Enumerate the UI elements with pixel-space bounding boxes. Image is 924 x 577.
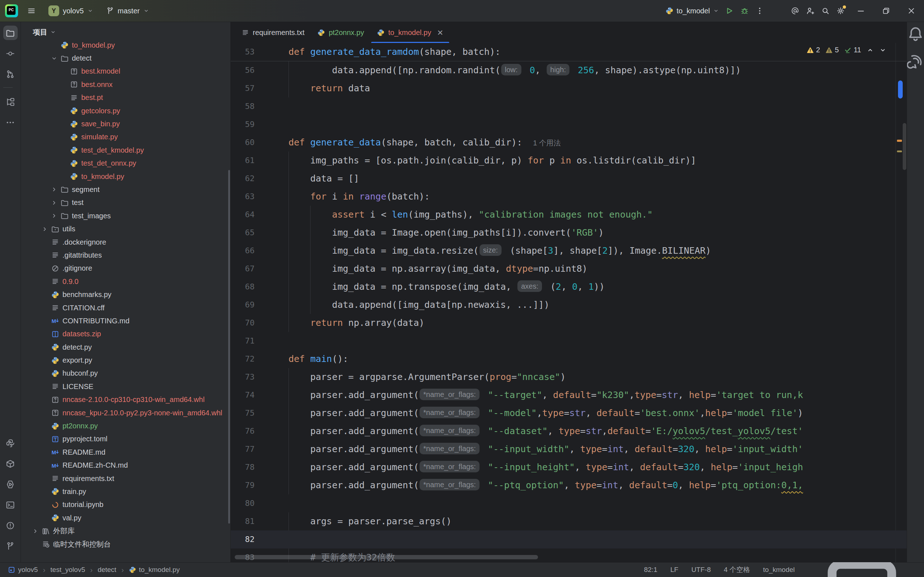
tree-item[interactable]: .dockerignore bbox=[21, 235, 230, 249]
code-line[interactable]: 58 bbox=[231, 97, 907, 116]
tree-item[interactable]: hubconf.py bbox=[21, 367, 230, 380]
search-everywhere-button[interactable] bbox=[818, 3, 833, 18]
line-number[interactable]: 53 bbox=[231, 43, 267, 61]
code-line[interactable]: 62 data = [] bbox=[231, 169, 907, 188]
line-number[interactable]: 64 bbox=[231, 206, 267, 224]
line-number[interactable]: 80 bbox=[231, 494, 267, 513]
tree-item[interactable]: .gitattributes bbox=[21, 249, 230, 262]
tree-item[interactable]: LICENSE bbox=[21, 380, 230, 393]
error-stripe-thumb[interactable] bbox=[903, 123, 906, 170]
code-line[interactable]: 81 args = parser.parse_args() bbox=[231, 513, 907, 530]
chevron-right-icon[interactable] bbox=[42, 226, 51, 232]
breadcrumb-item[interactable]: to_kmodel.py bbox=[129, 566, 180, 574]
line-number[interactable]: 57 bbox=[231, 79, 267, 97]
activity-item-problems[interactable] bbox=[3, 518, 18, 533]
line-number[interactable]: 70 bbox=[231, 314, 267, 332]
code-line[interactable]: 74 parser.add_argument(*name_or_flags: "… bbox=[231, 386, 907, 404]
code-line[interactable]: 63 for i in range(batch): bbox=[231, 188, 907, 206]
tree-item[interactable]: pyproject.toml bbox=[21, 433, 230, 446]
line-number[interactable]: 71 bbox=[231, 332, 267, 350]
status-widget[interactable]: to_kmodel bbox=[763, 566, 795, 574]
ai-assistant-toolwindow-button[interactable] bbox=[907, 53, 924, 69]
activity-item-project-folder[interactable] bbox=[3, 26, 18, 40]
breadcrumb-item[interactable]: test_yolov5 bbox=[50, 566, 85, 574]
code-line[interactable]: 60def generate_data(shape, batch, calib_… bbox=[231, 134, 907, 152]
line-number[interactable]: 73 bbox=[231, 368, 267, 386]
line-number[interactable]: 65 bbox=[231, 224, 267, 242]
editor-tab[interactable]: pt2onnx.py bbox=[311, 22, 370, 43]
code-line[interactable]: 75 parser.add_argument(*name_or_flags: "… bbox=[231, 404, 907, 422]
activity-item-more[interactable] bbox=[3, 115, 18, 129]
line-number[interactable]: 56 bbox=[231, 61, 267, 79]
tree-item[interactable]: pt2onnx.py bbox=[21, 419, 230, 432]
activity-item-python-console[interactable] bbox=[3, 436, 18, 450]
debug-button[interactable] bbox=[737, 3, 752, 18]
inspections-widget[interactable]: 2511 bbox=[807, 46, 887, 54]
code-line[interactable]: 65 img_data = Image.open(img_paths[i]).c… bbox=[231, 224, 907, 242]
tree-item[interactable]: MCONTRIBUTING.md bbox=[21, 314, 230, 327]
tree-item[interactable]: best.pt bbox=[21, 91, 230, 104]
editor[interactable]: 53def generate_data_ramdom(shape, batch)… bbox=[231, 43, 907, 562]
chevron-right-icon[interactable] bbox=[51, 200, 61, 206]
run-button[interactable] bbox=[722, 3, 737, 18]
code-line[interactable]: 66 img_data = img_data.resize(size: (sha… bbox=[231, 242, 907, 260]
tree-item[interactable]: test bbox=[21, 196, 230, 209]
editor-tab[interactable]: to_kmodel.py✕ bbox=[370, 22, 450, 43]
run-configuration-widget[interactable]: to_kmodel bbox=[662, 5, 722, 17]
inspection-check[interactable]: 11 bbox=[844, 46, 861, 54]
code-line[interactable]: 61 img_paths = [os.path.join(calib_dir, … bbox=[231, 152, 907, 169]
line-number[interactable]: 59 bbox=[231, 116, 267, 134]
tree-item[interactable]: detect bbox=[21, 52, 230, 64]
tree-item[interactable]: test_det_kmodel.py bbox=[21, 143, 230, 156]
editor-tab[interactable]: requirements.txt bbox=[235, 22, 311, 43]
main-menu-button[interactable] bbox=[24, 3, 39, 18]
notifications-button[interactable] bbox=[907, 26, 924, 43]
line-number[interactable]: 67 bbox=[231, 260, 267, 278]
project-panel-scrollbar[interactable] bbox=[228, 170, 230, 524]
line-number[interactable]: 61 bbox=[231, 152, 267, 169]
line-number[interactable]: 74 bbox=[231, 386, 267, 404]
restore-button[interactable] bbox=[874, 0, 899, 22]
tree-item[interactable]: best.onnx bbox=[21, 78, 230, 91]
tree-item[interactable]: val.py bbox=[21, 511, 230, 524]
editor-scrollbar-thumb[interactable] bbox=[898, 81, 903, 98]
activity-item-structure[interactable] bbox=[3, 95, 18, 109]
tree-item[interactable]: requirements.txt bbox=[21, 472, 230, 485]
tree-item[interactable]: MREADME.zh-CN.md bbox=[21, 459, 230, 472]
settings-button[interactable] bbox=[833, 3, 848, 18]
tree-item[interactable]: .gitignore bbox=[21, 262, 230, 275]
breadcrumb-item[interactable]: yolov5 bbox=[8, 566, 38, 574]
activity-item-pull-requests[interactable] bbox=[3, 67, 18, 81]
chevron-down-icon[interactable] bbox=[51, 55, 61, 62]
code-line[interactable]: 59 bbox=[231, 116, 907, 134]
tree-item[interactable]: test_images bbox=[21, 209, 230, 222]
tree-item[interactable]: 临时文件和控制台 bbox=[21, 538, 230, 551]
inspection-warning[interactable]: 2 bbox=[807, 46, 820, 54]
tree-item[interactable]: save_bin.py bbox=[21, 117, 230, 130]
line-number[interactable]: 81 bbox=[231, 513, 267, 530]
inspection-chev-up-sm[interactable] bbox=[867, 47, 874, 54]
more-run-actions-button[interactable] bbox=[752, 3, 767, 18]
ai-assistant-button[interactable] bbox=[788, 3, 803, 18]
code-line[interactable]: 76 parser.add_argument(*name_or_flags: "… bbox=[231, 422, 907, 440]
line-number[interactable]: 69 bbox=[231, 296, 267, 314]
code-line[interactable]: 64 assert i < len(img_paths), "calibrati… bbox=[231, 206, 907, 224]
chevron-right-icon[interactable] bbox=[51, 186, 61, 193]
line-number[interactable]: 76 bbox=[231, 422, 267, 440]
line-number[interactable]: 75 bbox=[231, 404, 267, 422]
tree-item[interactable]: detect.py bbox=[21, 341, 230, 354]
code-line[interactable]: 78 parser.add_argument(*name_or_flags: "… bbox=[231, 458, 907, 476]
tree-item[interactable]: benchmarks.py bbox=[21, 288, 230, 301]
activity-item-terminal[interactable] bbox=[3, 498, 18, 512]
code-with-me-button[interactable] bbox=[803, 3, 818, 18]
code-line[interactable]: 80 bbox=[231, 494, 907, 513]
chevron-right-icon[interactable] bbox=[51, 213, 61, 219]
status-widget[interactable]: UTF-8 bbox=[691, 566, 711, 574]
breadcrumb-item[interactable]: detect bbox=[97, 566, 116, 574]
code-line[interactable]: 73 parser = argparse.ArgumentParser(prog… bbox=[231, 368, 907, 386]
code-line[interactable]: 53def generate_data_ramdom(shape, batch)… bbox=[231, 43, 907, 61]
tree-item[interactable]: nncase_kpu-2.10.0-py2.py3-none-win_amd64… bbox=[21, 406, 230, 419]
tree-item[interactable]: getcolors.py bbox=[21, 104, 230, 117]
code-line[interactable]: 69 data.append([img_data[np.newaxis, ...… bbox=[231, 296, 907, 314]
tree-item[interactable]: MREADME.md bbox=[21, 446, 230, 459]
